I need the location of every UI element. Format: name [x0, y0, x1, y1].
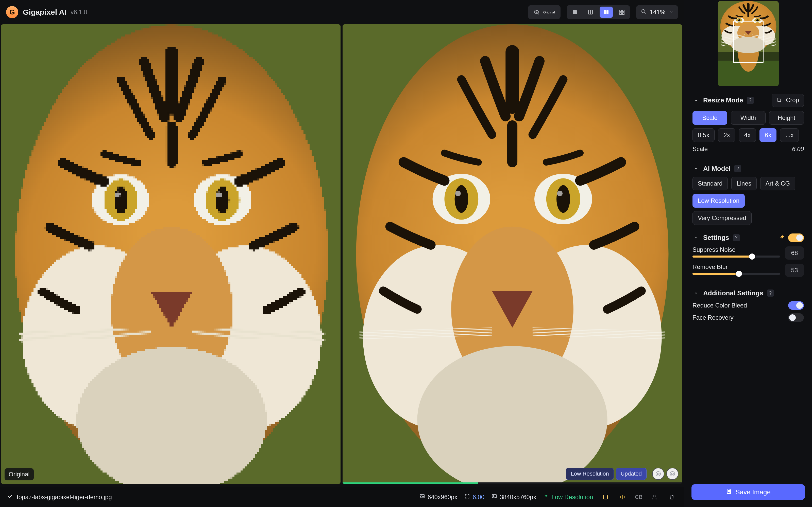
preset-custom[interactable]: ...x: [780, 128, 799, 142]
view-mode-group: [567, 5, 630, 19]
reduce-color-bleed-label: Reduce Color Bleed: [693, 302, 747, 309]
output-dim-value: 3840x5760px: [500, 494, 536, 501]
slider-remove-blur-label: Remove Blur: [693, 263, 780, 271]
slider-suppress-noise-value[interactable]: 68: [785, 246, 804, 260]
delete-button[interactable]: [666, 492, 677, 502]
brand: G Gigapixel AI v6.1.0: [6, 6, 87, 18]
model-lines[interactable]: Lines: [731, 177, 756, 190]
app-name: Gigapixel AI: [23, 8, 66, 16]
upscaled-canvas: [343, 24, 682, 484]
check-icon: [7, 493, 13, 501]
bottom-bar: topaz-labs-gigapixel-tiger-demo.jpg 640x…: [0, 487, 684, 507]
app-logo: G: [6, 6, 18, 18]
color-picker-button[interactable]: [600, 492, 611, 502]
viewer: Original Low Resolution Updated: [0, 24, 684, 487]
sidebar-thumbnail: [684, 0, 812, 91]
model-low-res[interactable]: Low Resolution: [693, 194, 745, 208]
toggle-original-label: Original: [543, 10, 555, 14]
resize-tab-scale[interactable]: Scale: [693, 111, 727, 125]
help-settings[interactable]: ?: [733, 234, 740, 241]
preset-05x[interactable]: 0.5x: [693, 128, 715, 142]
reduce-color-bleed-toggle[interactable]: [788, 301, 804, 310]
crop-icon: [776, 97, 783, 104]
svg-rect-6: [620, 13, 621, 14]
metric-output-dim: 3840x5760px: [492, 494, 536, 501]
expand-icon: [464, 494, 470, 501]
zoom-icon: [641, 9, 646, 16]
toolbar: G Gigapixel AI v6.1.0 Original: [0, 0, 684, 24]
metric-source-dim: 640x960px: [419, 494, 457, 501]
help-resize-mode[interactable]: ?: [747, 97, 754, 104]
slider-suppress-noise-label: Suppress Noise: [693, 246, 780, 253]
auto-icon: [779, 234, 785, 241]
additional-title: Additional Settings: [703, 289, 763, 297]
caret-settings[interactable]: [693, 234, 700, 241]
view-side-by-side-button[interactable]: [600, 7, 613, 18]
help-additional[interactable]: ?: [767, 289, 774, 297]
caret-resize-mode[interactable]: [693, 97, 700, 104]
metric-scale: 6.00: [464, 494, 485, 501]
svg-rect-7: [622, 13, 624, 14]
app-version: v6.1.0: [70, 9, 87, 16]
svg-point-10: [657, 473, 658, 473]
svg-rect-4: [620, 10, 621, 12]
model-standard[interactable]: Standard: [693, 177, 728, 190]
settings-title: Settings: [703, 234, 729, 241]
ai-model-title: AI Model: [703, 165, 730, 173]
viewer-right[interactable]: Low Resolution Updated: [343, 24, 682, 484]
cb-label: CB: [635, 494, 643, 500]
feedback-buttons: [652, 468, 678, 480]
save-image-button[interactable]: Save Image: [692, 484, 805, 500]
caret-ai-model[interactable]: [693, 165, 700, 172]
file-name: topaz-labs-gigapixel-tiger-demo.jpg: [17, 494, 112, 501]
svg-rect-0: [573, 10, 577, 14]
svg-rect-15: [728, 492, 730, 493]
section-ai-model: AI Model ? Standard Lines Art & CG Low R…: [684, 162, 812, 230]
model-very-compressed[interactable]: Very Compressed: [693, 211, 752, 225]
image-large-icon: [492, 494, 497, 501]
svg-point-14: [673, 473, 673, 473]
resize-tab-width[interactable]: Width: [731, 111, 766, 125]
toggle-original-button[interactable]: Original: [528, 5, 561, 19]
compare-button[interactable]: [617, 492, 628, 502]
viewer-progress: [343, 483, 682, 484]
resize-tab-height[interactable]: Height: [769, 111, 804, 125]
auto-toggle[interactable]: [788, 233, 804, 242]
svg-point-11: [659, 473, 659, 473]
slider-remove-blur[interactable]: [693, 271, 780, 277]
save-icon: [726, 488, 732, 496]
caret-additional[interactable]: [693, 289, 700, 297]
svg-point-8: [642, 10, 645, 13]
ai-model-options: Standard Lines Art & CG Low Resolution V…: [693, 177, 804, 225]
thumbnail-navigator[interactable]: [718, 1, 779, 86]
preset-4x[interactable]: 4x: [739, 128, 756, 142]
slider-suppress-noise[interactable]: [693, 253, 780, 260]
metric-model-badge: Low Resolution: [543, 494, 593, 501]
feedback-bad-button[interactable]: [666, 468, 678, 480]
chip-model: Low Resolution: [566, 468, 614, 480]
help-ai-model[interactable]: ?: [734, 165, 741, 172]
section-settings: Settings ? Suppress Noise: [684, 230, 812, 286]
slider-remove-blur-value[interactable]: 53: [785, 264, 804, 277]
face-recovery-toggle[interactable]: [788, 313, 804, 322]
model-badge-label: Low Resolution: [551, 494, 593, 501]
model-art-cg[interactable]: Art & CG: [760, 177, 795, 190]
save-image-label: Save Image: [735, 488, 771, 496]
chevron-down-icon: [669, 9, 673, 16]
image-icon: [419, 494, 425, 501]
viewer-left-label: Original: [5, 468, 34, 481]
svg-point-9: [656, 471, 661, 476]
zoom-control[interactable]: 141%: [636, 5, 678, 19]
svg-point-20: [653, 495, 655, 497]
crop-button[interactable]: Crop: [772, 94, 804, 107]
preset-6x[interactable]: 6x: [759, 128, 776, 142]
feedback-good-button[interactable]: [652, 468, 664, 480]
person-button[interactable]: [649, 492, 660, 502]
thumbnail-roi[interactable]: [733, 21, 764, 63]
viewer-left[interactable]: Original: [1, 24, 341, 484]
view-split-button[interactable]: [584, 7, 597, 18]
preset-2x[interactable]: 2x: [718, 128, 735, 142]
view-single-button[interactable]: [568, 7, 581, 18]
view-grid-button[interactable]: [615, 7, 628, 18]
scale-label: Scale: [693, 146, 708, 153]
